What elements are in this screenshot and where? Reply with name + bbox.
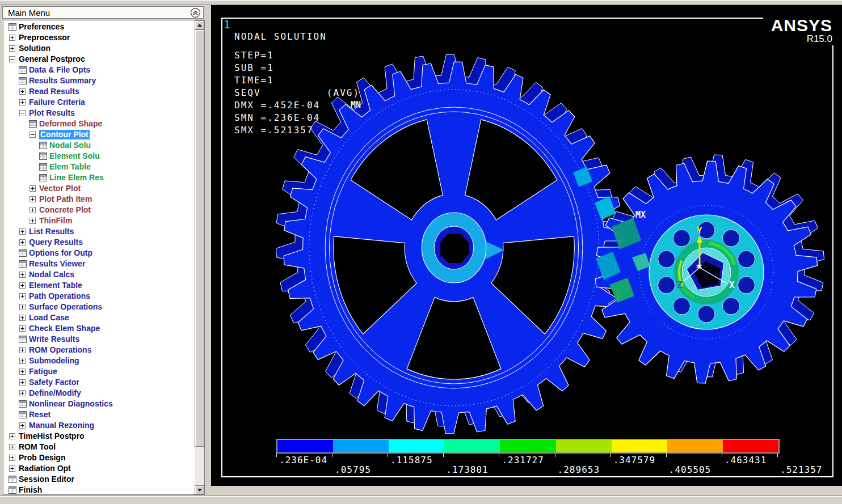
legend-color-segment bbox=[723, 440, 778, 452]
menu-item-label: Preprocessor bbox=[19, 33, 70, 43]
expand-toggle[interactable] bbox=[8, 45, 16, 52]
scrollbar-thumb[interactable] bbox=[195, 29, 204, 447]
menu-item-label: Radiation Opt bbox=[19, 464, 71, 473]
menu-item-preprocessor[interactable]: Preprocessor bbox=[3, 32, 194, 43]
menu-item-nonlinear-diagnostics[interactable]: Nonlinear Diagnostics bbox=[3, 399, 194, 409]
triad-z-label: Z bbox=[677, 279, 683, 290]
menu-item-contour-plot[interactable]: Contour Plot bbox=[3, 129, 194, 140]
expand-toggle[interactable] bbox=[8, 465, 16, 472]
expand-toggle[interactable] bbox=[18, 390, 27, 396]
expand-icon bbox=[19, 239, 26, 245]
dialog-icon bbox=[39, 174, 47, 181]
menu-item-fatigue[interactable]: Fatigue bbox=[3, 366, 194, 377]
menu-item-timehist-postpro[interactable]: TimeHist Postpro bbox=[3, 431, 194, 442]
expand-toggle[interactable] bbox=[18, 325, 27, 332]
menu-item-submodeling[interactable]: Submodeling bbox=[3, 355, 194, 366]
expand-toggle[interactable] bbox=[18, 228, 27, 235]
expand-toggle[interactable] bbox=[18, 369, 27, 375]
expand-toggle[interactable] bbox=[18, 347, 27, 353]
menu-item-nodal-solu[interactable]: Nodal Solu bbox=[3, 140, 194, 151]
expand-icon bbox=[19, 293, 26, 299]
menu-item-thinfilm[interactable]: ThinFilm bbox=[3, 215, 194, 226]
expand-toggle[interactable] bbox=[18, 282, 27, 289]
collapse-toggle[interactable] bbox=[28, 132, 37, 138]
expand-icon bbox=[30, 218, 36, 224]
menu-item-finish[interactable]: Finish bbox=[3, 485, 194, 494]
expand-toggle[interactable] bbox=[18, 239, 27, 245]
menu-item-vector-plot[interactable]: Vector Plot bbox=[3, 183, 194, 194]
menu-item-write-results[interactable]: Write Results bbox=[3, 334, 194, 345]
menu-item-read-results[interactable]: Read Results bbox=[3, 86, 194, 97]
menu-item-surface-operations[interactable]: Surface Operations bbox=[3, 302, 194, 312]
expand-toggle[interactable] bbox=[28, 185, 37, 192]
expand-toggle[interactable] bbox=[8, 35, 16, 41]
expand-toggle[interactable] bbox=[18, 422, 27, 429]
menu-item-element-solu[interactable]: Element Solu bbox=[3, 151, 194, 162]
menu-item-radiation-opt[interactable]: Radiation Opt bbox=[3, 463, 194, 474]
menu-item-plot-path-item[interactable]: Plot Path Item bbox=[3, 194, 194, 205]
graphics-window[interactable]: YXZ* 1 NODAL SOLUTION STEP=1 SUB =1 TIME… bbox=[211, 5, 842, 486]
menu-item-rom-tool[interactable]: ROM Tool bbox=[3, 442, 194, 452]
main-menu-titlebar: Main Menu bbox=[2, 6, 204, 19]
dialog-icon bbox=[18, 411, 27, 418]
legend-value-label: .05795 bbox=[335, 464, 371, 475]
menu-item-reset[interactable]: Reset bbox=[3, 409, 194, 420]
menu-item-check-elem-shape[interactable]: Check Elem Shape bbox=[3, 323, 194, 334]
menu-item-elem-table[interactable]: Elem Table bbox=[3, 162, 194, 172]
menu-item-define-modify[interactable]: Define/Modify bbox=[3, 388, 194, 399]
expand-toggle[interactable] bbox=[8, 433, 16, 439]
menu-item-solution[interactable]: Solution bbox=[3, 43, 194, 54]
dialog-icon bbox=[9, 476, 16, 483]
expand-toggle[interactable] bbox=[18, 315, 27, 321]
menu-item-safety-factor[interactable]: Safety Factor bbox=[3, 377, 194, 388]
expand-toggle[interactable] bbox=[18, 88, 27, 95]
menu-item-prob-design[interactable]: Prob Design bbox=[3, 452, 194, 463]
collapse-toggle[interactable] bbox=[18, 110, 27, 116]
menu-scrollbar[interactable] bbox=[195, 20, 204, 494]
menu-item-rom-operations[interactable]: ROM Operations bbox=[3, 345, 194, 355]
menu-item-element-table[interactable]: Element Table bbox=[3, 280, 194, 291]
menu-item-results-summary[interactable]: Results Summary bbox=[3, 75, 194, 86]
menu-item-label: Read Results bbox=[29, 87, 79, 96]
menu-item-label: Session Editor bbox=[19, 475, 74, 484]
menu-item-options-for-outp[interactable]: Options for Outp bbox=[3, 248, 194, 259]
expand-toggle[interactable] bbox=[18, 358, 27, 364]
expand-toggle[interactable] bbox=[18, 272, 27, 278]
expand-toggle[interactable] bbox=[18, 379, 27, 386]
menu-item-manual-rezoning[interactable]: Manual Rezoning bbox=[3, 420, 194, 431]
dialog-icon bbox=[8, 486, 16, 494]
expand-toggle[interactable] bbox=[8, 455, 16, 461]
collapse-toggle[interactable] bbox=[8, 56, 16, 62]
dialog-icon bbox=[29, 120, 37, 128]
menu-item-failure-criteria[interactable]: Failure Criteria bbox=[3, 97, 194, 108]
scroll-up-button[interactable] bbox=[195, 20, 204, 29]
scroll-down-button[interactable] bbox=[195, 485, 204, 494]
expand-toggle[interactable] bbox=[28, 207, 37, 213]
menu-item-data-file-opts[interactable]: Data & File Opts bbox=[3, 65, 194, 75]
menu-item-nodal-calcs[interactable]: Nodal Calcs bbox=[3, 269, 194, 280]
menu-item-load-case[interactable]: Load Case bbox=[3, 312, 194, 323]
menu-item-path-operations[interactable]: Path Operations bbox=[3, 291, 194, 302]
menu-item-results-viewer[interactable]: Results Viewer bbox=[3, 259, 194, 269]
expand-toggle[interactable] bbox=[18, 99, 27, 105]
menu-item-query-results[interactable]: Query Results bbox=[3, 237, 194, 248]
menu-item-preferences[interactable]: Preferences bbox=[3, 22, 194, 32]
menu-item-plot-results[interactable]: Plot Results bbox=[3, 108, 194, 118]
menu-item-general-postproc[interactable]: General Postproc bbox=[3, 54, 194, 65]
legend-color-segment bbox=[556, 440, 612, 452]
menu-item-label: Failure Criteria bbox=[29, 98, 85, 107]
expand-toggle[interactable] bbox=[28, 218, 37, 224]
expand-icon bbox=[9, 444, 15, 450]
legend-color-segment bbox=[444, 440, 500, 452]
menu-item-session-editor[interactable]: Session Editor bbox=[3, 474, 194, 485]
menu-item-list-results[interactable]: List Results bbox=[3, 226, 194, 237]
expand-toggle[interactable] bbox=[8, 444, 16, 450]
expand-toggle[interactable] bbox=[18, 293, 27, 299]
expand-toggle[interactable] bbox=[18, 304, 27, 310]
menu-item-concrete-plot[interactable]: Concrete Plot bbox=[3, 205, 194, 215]
expand-toggle[interactable] bbox=[28, 196, 37, 202]
menu-item-deformed-shape[interactable]: Deformed Shape bbox=[3, 118, 194, 129]
menu-item-line-elem-res[interactable]: Line Elem Res bbox=[3, 172, 194, 183]
menu-item-label: ROM Tool bbox=[19, 442, 56, 452]
collapse-menu-button[interactable] bbox=[190, 7, 201, 18]
